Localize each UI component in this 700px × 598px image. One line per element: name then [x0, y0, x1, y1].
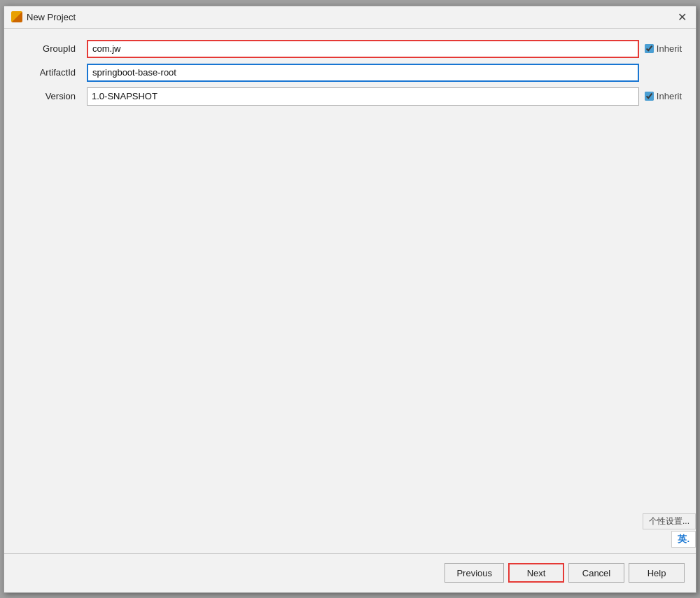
version-inherit: Inherit — [645, 91, 682, 101]
help-button[interactable]: Help — [629, 563, 685, 583]
version-input[interactable] — [87, 87, 639, 106]
groupid-input[interactable] — [87, 40, 639, 58]
content-area: GroupId Inherit ArtifactId Version Inher… — [4, 29, 696, 117]
window-title: New Project — [27, 12, 76, 22]
close-button[interactable]: ✕ — [675, 10, 689, 24]
form-grid: GroupId Inherit ArtifactId Version Inher… — [18, 40, 682, 106]
taskbar-overlay: 个性设置... 英. — [643, 513, 696, 548]
groupid-inherit-checkbox[interactable] — [645, 44, 654, 53]
version-label: Version — [18, 91, 81, 101]
groupid-label: GroupId — [18, 43, 81, 54]
groupid-inherit: Inherit — [645, 43, 682, 54]
bottom-bar: Previous Next Cancel Help — [4, 553, 696, 592]
version-inherit-checkbox[interactable] — [645, 92, 654, 101]
dialog-window: New Project ✕ GroupId Inherit ArtifactId… — [4, 6, 696, 593]
previous-button[interactable]: Previous — [444, 563, 504, 583]
artifactid-input[interactable] — [87, 64, 639, 82]
artifactid-label: ArtifactId — [18, 67, 81, 78]
taskbar-item-input: 英. — [671, 531, 696, 548]
groupid-inherit-label: Inherit — [657, 43, 682, 54]
taskbar-item-settings: 个性设置... — [643, 513, 696, 529]
version-inherit-label: Inherit — [657, 91, 682, 101]
next-button[interactable]: Next — [508, 563, 564, 583]
title-bar: New Project ✕ — [4, 6, 696, 29]
app-icon — [11, 11, 22, 22]
cancel-button[interactable]: Cancel — [568, 563, 624, 583]
main-body: GroupId Inherit ArtifactId Version Inher… — [4, 29, 696, 553]
title-bar-left: New Project — [11, 11, 76, 22]
